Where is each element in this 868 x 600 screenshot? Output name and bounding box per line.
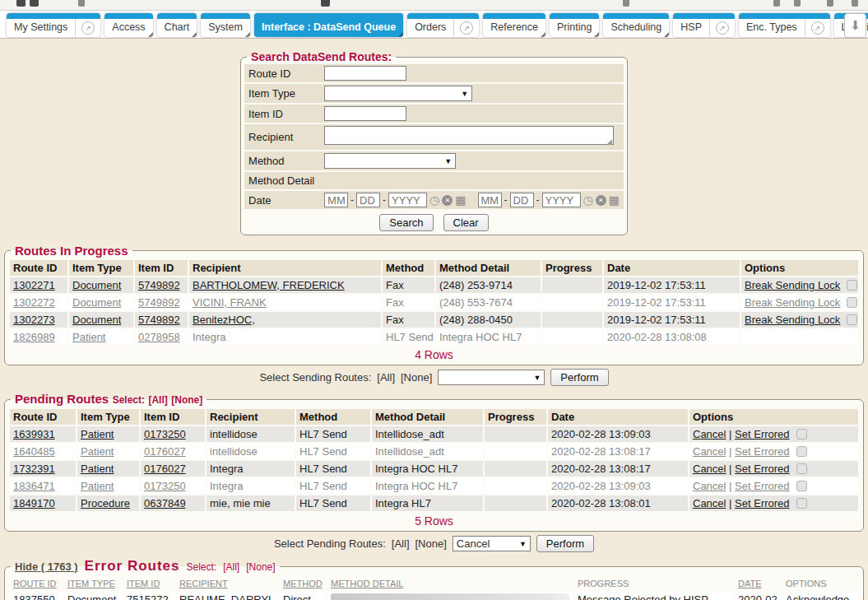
sort-link[interactable]: DATE (738, 579, 762, 588)
recipient-link[interactable]: BenitezHOC, (193, 314, 255, 326)
start-day-input[interactable] (356, 193, 380, 207)
clear-button[interactable]: Clear (443, 214, 489, 231)
sort-link[interactable]: METHOD (283, 579, 323, 588)
sort-link[interactable]: ITEM ID (127, 579, 160, 588)
cancel-link[interactable]: Cancel (693, 497, 726, 509)
item-type-link[interactable]: Patient (81, 463, 114, 475)
toolbar-icon[interactable] (16, 0, 26, 7)
toolbar-icon[interactable] (852, 0, 858, 7)
select-none-link[interactable]: [None] (171, 394, 202, 406)
sort-link[interactable]: METHOD DETAIL (331, 579, 403, 588)
item-id-link[interactable]: 0176027 (144, 445, 186, 458)
select-none-link[interactable]: [None] (246, 561, 275, 573)
start-year-input[interactable] (388, 193, 427, 207)
item-id-link[interactable]: 0173250 (144, 480, 186, 492)
break-sending-lock-link[interactable]: Break Sending Lock (745, 279, 840, 291)
route-id-link[interactable]: 1302271 (13, 279, 55, 291)
row-select-checkbox[interactable] (847, 280, 857, 291)
clock-icon[interactable]: ◷ (429, 194, 439, 206)
tab-access[interactable]: Access (104, 13, 152, 37)
sending-action-select[interactable]: ▼ (438, 370, 545, 385)
toolbar-icon[interactable] (78, 0, 85, 7)
cancel-link[interactable]: Cancel (693, 445, 726, 458)
calendar-icon[interactable]: ▦ (455, 194, 466, 206)
select-all-link[interactable]: [All] (148, 394, 167, 406)
row-select-checkbox[interactable] (796, 481, 807, 491)
select-all-link[interactable]: [All] (223, 561, 239, 573)
clear-date-icon[interactable]: ✕ (596, 195, 606, 206)
cancel-link[interactable]: Cancel (693, 480, 726, 492)
row-select-checkbox[interactable] (796, 463, 807, 474)
cancel-link[interactable]: Cancel (693, 428, 726, 440)
row-select-checkbox[interactable] (847, 314, 857, 325)
break-sending-lock-link[interactable]: Break Sending Lock (745, 296, 840, 309)
cancel-link[interactable]: Cancel (693, 463, 726, 475)
item-type-link[interactable]: Procedure (81, 497, 130, 509)
toolbar-icon[interactable] (827, 0, 833, 7)
select-all-link[interactable]: [All] (392, 537, 410, 550)
sort-link[interactable]: RECIPIENT (179, 579, 228, 588)
item-id-link[interactable]: 0278958 (138, 331, 180, 343)
set-errored-link[interactable]: Set Errored (735, 445, 789, 458)
set-errored-link[interactable]: Set Errored (735, 428, 789, 440)
end-day-input[interactable] (510, 193, 534, 207)
perform-pending-button[interactable]: Perform (536, 535, 594, 552)
row-select-checkbox[interactable] (796, 498, 807, 509)
item-id-link[interactable]: 0173250 (144, 428, 186, 440)
recipient-input[interactable] (324, 126, 614, 145)
set-errored-link[interactable]: Set Errored (735, 497, 789, 509)
item-type-select[interactable]: ▼ (324, 86, 472, 101)
toolbar-icon[interactable] (623, 0, 629, 7)
tab-system[interactable]: System (201, 13, 250, 37)
route-id-link[interactable]: 1836471 (13, 480, 55, 492)
toolbar-icon[interactable] (321, 0, 330, 7)
perform-sending-button[interactable]: Perform (550, 369, 608, 386)
tab-enc-types[interactable]: Enc. Types ↗ (739, 13, 830, 37)
route-id-link[interactable]: 1849170 (13, 497, 55, 509)
item-id-input[interactable] (324, 106, 406, 121)
tab-overflow-down-button[interactable]: ⬇ (844, 13, 866, 38)
break-sending-lock-link[interactable]: Break Sending Lock (745, 314, 840, 326)
set-errored-link[interactable]: Set Errored (735, 463, 789, 475)
tab-printing[interactable]: Printing (550, 13, 599, 37)
row-select-checkbox[interactable] (796, 446, 807, 457)
route-id-link[interactable]: 1302272 (13, 296, 55, 309)
select-none-link[interactable]: [None] (401, 371, 432, 384)
recipient-link[interactable]: VICINI, FRANK (193, 296, 267, 309)
item-type-link[interactable]: Patient (72, 331, 105, 343)
row-select-checkbox[interactable] (796, 429, 807, 440)
start-month-input[interactable] (324, 193, 348, 207)
tab-my-settings[interactable]: My Settings ↗ (7, 13, 100, 37)
tab-hsp[interactable]: HSP ↗ (673, 13, 735, 37)
calendar-icon[interactable]: ▦ (609, 194, 620, 206)
tab-scheduling[interactable]: Scheduling (603, 13, 669, 37)
item-type-link[interactable]: Document (72, 314, 121, 326)
end-month-input[interactable] (478, 193, 502, 207)
error-options-links[interactable]: Acknowledge | Resend | (786, 593, 849, 600)
item-id-link[interactable]: 5749892 (138, 296, 180, 309)
set-errored-link[interactable]: Set Errored (735, 480, 789, 492)
row-select-checkbox[interactable] (847, 297, 857, 308)
select-none-link[interactable]: [None] (415, 537, 447, 550)
tab-chart[interactable]: Chart (157, 13, 197, 37)
item-type-link[interactable]: Patient (81, 428, 114, 440)
method-select[interactable]: ▼ (324, 153, 456, 169)
select-all-link[interactable]: [All] (377, 371, 395, 384)
pending-action-select[interactable]: Cancel ▼ (453, 536, 531, 551)
tab-interface-datasend-queue[interactable]: Interface : DataSend Queue (254, 13, 403, 37)
item-id-link[interactable]: 0176027 (144, 463, 186, 475)
toolbar-search-icon[interactable] (773, 0, 780, 7)
sort-link[interactable]: ROUTE ID (13, 579, 57, 588)
route-id-link[interactable]: 1639931 (13, 428, 55, 440)
item-type-link[interactable]: Document (72, 279, 121, 291)
item-id-link[interactable]: 5749892 (138, 314, 180, 326)
search-button[interactable]: Search (379, 214, 433, 231)
recipient-link[interactable]: BARTHOLOMEW, FREDERICK (193, 279, 345, 291)
route-id-link[interactable]: 1640485 (13, 445, 55, 458)
hide-errors-link[interactable]: Hide ( 1763 ) (15, 560, 78, 573)
sort-link[interactable]: ITEM TYPE (67, 579, 115, 588)
end-year-input[interactable] (542, 193, 581, 207)
item-type-link[interactable]: Document (72, 296, 121, 309)
route-id-input[interactable] (324, 66, 406, 81)
toolbar-icon[interactable] (794, 0, 801, 7)
